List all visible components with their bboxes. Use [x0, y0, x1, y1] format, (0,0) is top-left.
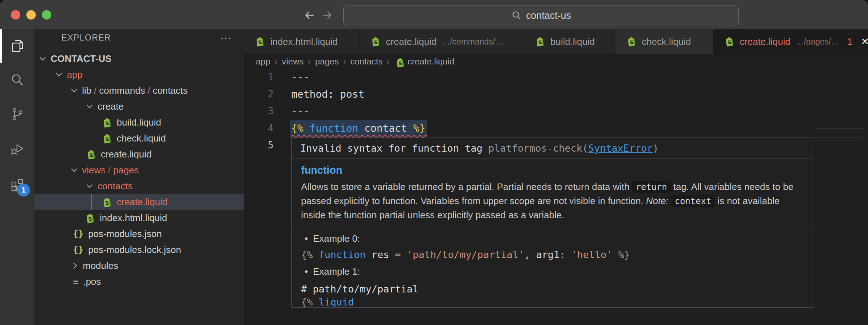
doc-text: Allows to store a variable returned by a…	[301, 181, 632, 192]
tree-folder-app[interactable]: app	[34, 67, 244, 83]
hover-error-row: Invalid syntax for function tag platform…	[292, 138, 814, 159]
file-label: .pos	[83, 276, 101, 287]
example-0-bullet: • Example 0:	[301, 233, 804, 244]
liquid-file-icon: S	[254, 36, 266, 47]
tree-section-contact-us[interactable]: CONTACT-US	[34, 51, 244, 67]
source-control-icon	[9, 106, 26, 122]
file-label: pos-modules.lock.json	[88, 244, 181, 256]
tree-file-pos-modules-lock-json[interactable]: {} pos-modules.lock.json	[34, 242, 244, 258]
sidebar-header: EXPLORER ⋯	[34, 29, 244, 46]
code-line: 3 ---	[244, 103, 868, 120]
close-window-button[interactable]	[11, 10, 20, 20]
error-code-link[interactable]: SyntaxError	[588, 143, 653, 154]
hover-doc-paragraph: Allows to store a variable returned by a…	[301, 180, 805, 222]
zoom-window-button[interactable]	[42, 10, 51, 20]
liquid-file-icon: S	[370, 36, 381, 47]
section-label: CONTACT-US	[51, 53, 112, 64]
activity-explorer[interactable]	[0, 29, 34, 63]
liquid-file-icon: S	[723, 36, 735, 47]
liquid-file-icon: S	[101, 197, 112, 207]
breadcrumb-separator: ›	[270, 56, 282, 67]
more-actions-icon[interactable]: ⋯	[220, 29, 232, 46]
bullet-icon: •	[301, 233, 313, 244]
svg-text:S: S	[374, 39, 378, 45]
svg-text:S: S	[629, 39, 634, 45]
tab-problems-badge: 1	[847, 37, 852, 47]
code-line-with-error: 4 {% function contact %}	[244, 120, 868, 137]
tab-path-hint: …/commands/…	[442, 37, 503, 47]
tab-build-liquid[interactable]: S build.liquid	[524, 29, 615, 54]
activity-bar: 1	[0, 29, 34, 325]
active-view-indicator	[0, 29, 2, 63]
tree-file-index-html-liquid[interactable]: S index.html.liquid	[34, 210, 244, 226]
forward-arrow-icon[interactable]	[320, 8, 334, 22]
line-content: method: post	[291, 86, 364, 103]
code-token: platformos-check(	[488, 143, 588, 154]
tab-create-liquid-pages-active[interactable]: S create.liquid …/pages/… 1 ✕	[713, 29, 868, 54]
title-bar: contact-us	[0, 0, 868, 29]
tree-file-create-liquid-commands[interactable]: S create.liquid	[34, 146, 244, 162]
current-line-border	[814, 128, 864, 138]
breadcrumb-item-views[interactable]: views	[282, 56, 304, 67]
liquid-file-icon: S	[101, 133, 112, 144]
tab-check-liquid[interactable]: S check.liquid	[615, 29, 713, 54]
tree-folder-create[interactable]: create	[34, 98, 244, 114]
tree-folder-lib-commands-contacts[interactable]: lib / commands / contacts	[34, 83, 244, 98]
svg-text:S: S	[727, 39, 732, 45]
tab-index-html-liquid[interactable]: S index.html.liquid	[244, 29, 360, 54]
folder-label: views	[82, 165, 106, 176]
line-number: 3	[244, 103, 274, 120]
code-token: {%	[291, 122, 304, 134]
svg-text:S: S	[105, 136, 109, 142]
tree-file-create-liquid-pages-selected[interactable]: S create.liquid 1	[34, 194, 244, 210]
svg-text:S: S	[105, 200, 109, 206]
search-icon	[9, 72, 26, 88]
breadcrumb-item-pages[interactable]: pages	[315, 56, 339, 67]
breadcrumb-separator: ›	[304, 56, 315, 67]
folder-label: create	[98, 101, 124, 112]
folder-label: contacts	[153, 85, 188, 96]
tree-file-pos-modules-json[interactable]: {} pos-modules.json	[34, 226, 244, 242]
activity-search[interactable]	[0, 63, 34, 97]
breadcrumb-separator: ›	[339, 56, 350, 67]
breadcrumb-item-file[interactable]: create.liquid	[408, 56, 454, 67]
breadcrumb-item-app[interactable]: app	[256, 56, 270, 67]
activity-extensions[interactable]: 1	[0, 168, 34, 202]
close-tab-icon[interactable]: ✕	[861, 36, 868, 47]
tree-file-pos[interactable]: ≡ .pos	[34, 274, 244, 290]
code-token: function	[313, 249, 366, 260]
tree-folder-views-pages[interactable]: views / pages	[34, 162, 244, 178]
tree-folder-contacts[interactable]: contacts	[34, 178, 244, 194]
tree-folder-modules[interactable]: modules	[34, 258, 244, 274]
folder-label: lib	[82, 85, 91, 96]
code-token: res =	[366, 249, 407, 260]
command-center-search[interactable]: contact-us	[343, 5, 739, 26]
code-token: %}	[413, 122, 425, 134]
svg-text:S: S	[89, 152, 94, 158]
line-number: 5	[244, 137, 274, 154]
code-line: 2 method: post	[244, 86, 868, 103]
tree-file-check-liquid[interactable]: S check.liquid	[34, 130, 244, 146]
hover-widget: Invalid syntax for function tag platform…	[291, 138, 814, 308]
breadcrumb: app › views › pages › contacts › S creat…	[244, 54, 868, 69]
inline-code: return	[632, 181, 671, 193]
hover-divider	[292, 228, 814, 228]
tab-create-liquid-commands[interactable]: S create.liquid …/commands/…	[360, 29, 524, 54]
tree-file-build-liquid[interactable]: S build.liquid	[34, 114, 244, 130]
chevron-down-icon	[38, 54, 47, 63]
code-token: 'hello'	[571, 249, 613, 260]
chevron-right-icon	[70, 261, 80, 270]
code-editor[interactable]: 1 --- 2 method: post 3 --- 4 {% function…	[244, 69, 868, 325]
minimize-window-button[interactable]	[26, 10, 36, 20]
code-token: ---	[291, 105, 310, 117]
chevron-down-icon	[85, 181, 94, 191]
example-0-label: Example 0:	[313, 233, 360, 244]
code-token: {%	[301, 249, 313, 260]
folder-label: modules	[83, 260, 118, 271]
back-arrow-icon[interactable]	[303, 8, 317, 22]
activity-run-and-debug[interactable]	[0, 132, 34, 166]
breadcrumb-item-contacts[interactable]: contacts	[350, 56, 382, 67]
tab-label: index.html.liquid	[270, 36, 338, 47]
activity-source-control[interactable]	[0, 97, 34, 131]
indent-guide	[91, 194, 92, 210]
